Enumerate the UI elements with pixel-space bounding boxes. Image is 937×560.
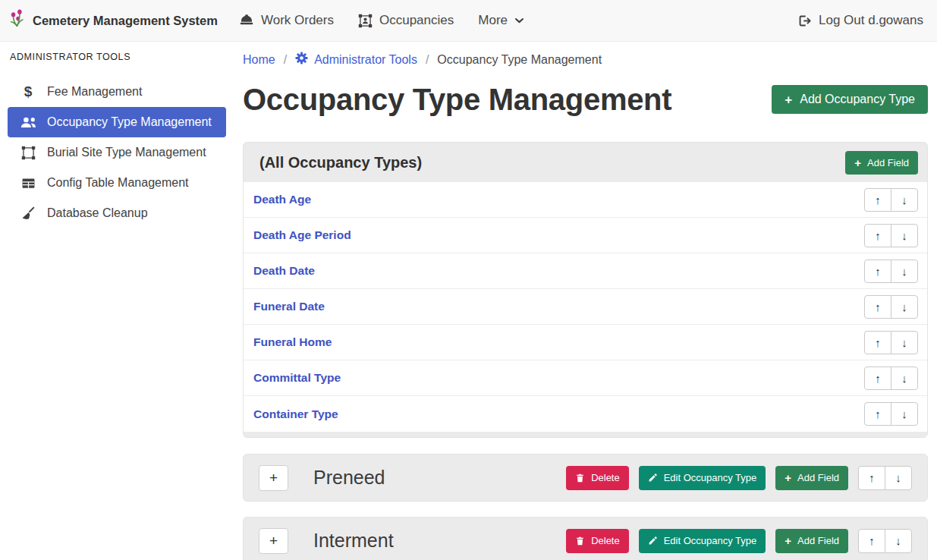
field-link[interactable]: Death Date: [253, 264, 315, 278]
edit-occupancy-type-label: Edit Occupancy Type: [664, 472, 757, 483]
delete-button[interactable]: Delete: [566, 529, 629, 553]
sidebar-item-label: Occupancy Type Management: [47, 115, 212, 129]
move-up-button[interactable]: ↑: [864, 295, 891, 319]
move-up-button[interactable]: ↑: [858, 466, 885, 490]
breadcrumb: Home / Administrator Tool: [243, 52, 928, 68]
gear-icon: [295, 52, 308, 68]
delete-button[interactable]: Delete: [566, 466, 629, 490]
edit-occupancy-type-button[interactable]: Edit Occupancy Type: [639, 466, 766, 490]
expand-toggle-button[interactable]: +: [259, 528, 288, 554]
app-brand[interactable]: Cemetery Management System: [8, 8, 218, 33]
expand-toggle-button[interactable]: +: [259, 465, 288, 491]
add-field-button[interactable]: + Add Field: [775, 529, 848, 553]
field-link[interactable]: Funeral Home: [253, 335, 332, 349]
breadcrumb-home-link[interactable]: Home: [243, 53, 275, 67]
sidebar-item-label: Config Table Management: [47, 176, 189, 190]
sign-out-icon: [797, 14, 812, 28]
move-down-button[interactable]: ↓: [885, 529, 912, 553]
app-title: Cemetery Management System: [33, 14, 218, 28]
plus-icon: +: [854, 157, 861, 168]
reorder-controls: ↑ ↓: [864, 295, 918, 319]
page-title: Occupancy Type Management: [243, 80, 671, 119]
breadcrumb-admin-tools-label: Administrator Tools: [314, 53, 417, 67]
section-title: Preneed: [313, 467, 385, 489]
nav-occupancies-label: Occupancies: [379, 13, 454, 28]
move-down-button[interactable]: ↓: [891, 367, 918, 390]
move-down-button[interactable]: ↓: [885, 466, 912, 490]
field-row: Funeral Home ↑ ↓: [244, 325, 927, 360]
edit-occupancy-type-button[interactable]: Edit Occupancy Type: [639, 529, 766, 553]
add-field-button[interactable]: + Add Field: [845, 151, 918, 175]
occupancy-frame-icon: [358, 14, 373, 28]
pencil-icon: [648, 473, 658, 483]
occupancy-type-section-preneed: + Preneed Delete: [243, 454, 928, 502]
field-link[interactable]: Committal Type: [253, 371, 341, 385]
breadcrumb-current: Occupancy Type Management: [437, 53, 602, 67]
nav-work-orders[interactable]: Work Orders: [239, 13, 334, 28]
move-up-button[interactable]: ↑: [864, 402, 891, 426]
plus-icon: +: [785, 93, 792, 106]
add-occupancy-type-button[interactable]: + Add Occupancy Type: [772, 85, 928, 114]
field-row: Death Age ↑ ↓: [244, 182, 927, 218]
edit-occupancy-type-label: Edit Occupancy Type: [664, 535, 757, 546]
section-title: Interment: [313, 530, 394, 552]
add-field-label: Add Field: [797, 472, 839, 483]
plus-icon: +: [785, 472, 791, 483]
field-link[interactable]: Death Age Period: [253, 228, 351, 242]
logout-link[interactable]: Log Out d.gowans: [797, 13, 923, 28]
nav-more[interactable]: More: [478, 13, 524, 28]
add-field-label: Add Field: [867, 157, 909, 168]
field-link[interactable]: Death Age: [253, 193, 311, 206]
logout-label: Log Out d.gowans: [819, 13, 923, 28]
nav-work-orders-label: Work Orders: [261, 13, 334, 28]
admin-tools-sidebar: ADMINISTRATOR TOOLS $ Fee Management Occ…: [0, 42, 235, 560]
nav-occupancies[interactable]: Occupancies: [358, 13, 454, 28]
trash-icon: [575, 473, 585, 483]
breadcrumb-admin-tools-link[interactable]: Administrator Tools: [295, 52, 417, 68]
move-down-button[interactable]: ↓: [891, 188, 918, 212]
move-down-button[interactable]: ↓: [891, 260, 918, 283]
sidebar-item-burial-site-type-management[interactable]: Burial Site Type Management: [8, 137, 226, 168]
delete-label: Delete: [591, 535, 620, 546]
move-down-button[interactable]: ↓: [891, 331, 918, 354]
sidebar-item-label: Burial Site Type Management: [47, 146, 206, 159]
reorder-controls: ↑ ↓: [864, 402, 918, 426]
move-down-button[interactable]: ↓: [891, 295, 918, 319]
nav-more-label: More: [478, 13, 508, 28]
add-occupancy-type-label: Add Occupancy Type: [800, 93, 915, 106]
add-field-label: Add Field: [797, 535, 839, 546]
delete-label: Delete: [591, 472, 620, 483]
sidebar-item-fee-management[interactable]: $ Fee Management: [8, 77, 226, 107]
sidebar-item-database-cleanup[interactable]: Database Cleanup: [8, 198, 226, 228]
section-actions: Delete Edit Occupancy Type + Add Field: [566, 529, 912, 553]
panel-title: (All Occupancy Types): [259, 154, 422, 171]
reorder-controls: ↑ ↓: [864, 260, 918, 283]
move-up-button[interactable]: ↑: [858, 529, 885, 553]
field-link[interactable]: Container Type: [253, 407, 338, 421]
field-row: Committal Type ↑ ↓: [244, 360, 927, 396]
field-row: Container Type ↑ ↓: [244, 396, 927, 432]
reorder-controls: ↑ ↓: [858, 529, 912, 553]
field-row: Funeral Date ↑ ↓: [244, 289, 927, 325]
occupancy-type-section-interment: + Interment Delete: [243, 517, 928, 560]
table-icon: [19, 176, 37, 190]
sidebar-item-label: Fee Management: [47, 85, 142, 99]
reorder-controls: ↑ ↓: [864, 367, 918, 390]
tulip-logo-icon: [8, 8, 26, 33]
sidebar-item-config-table-management[interactable]: Config Table Management: [8, 168, 226, 198]
breadcrumb-separator: /: [284, 53, 287, 67]
plus-icon: +: [785, 535, 791, 546]
move-up-button[interactable]: ↑: [864, 260, 891, 283]
move-up-button[interactable]: ↑: [864, 331, 891, 354]
sidebar-item-occupancy-type-management[interactable]: Occupancy Type Management: [8, 107, 226, 137]
breadcrumb-separator: /: [426, 53, 429, 67]
field-link[interactable]: Funeral Date: [253, 300, 325, 313]
panel-header: (All Occupancy Types) + Add Field: [244, 143, 927, 182]
add-field-button[interactable]: + Add Field: [775, 466, 848, 490]
move-up-button[interactable]: ↑: [864, 224, 891, 247]
section-actions: Delete Edit Occupancy Type + Add Field: [566, 466, 912, 490]
move-down-button[interactable]: ↓: [891, 224, 918, 247]
move-up-button[interactable]: ↑: [864, 367, 891, 390]
move-up-button[interactable]: ↑: [864, 188, 891, 212]
move-down-button[interactable]: ↓: [891, 402, 918, 426]
